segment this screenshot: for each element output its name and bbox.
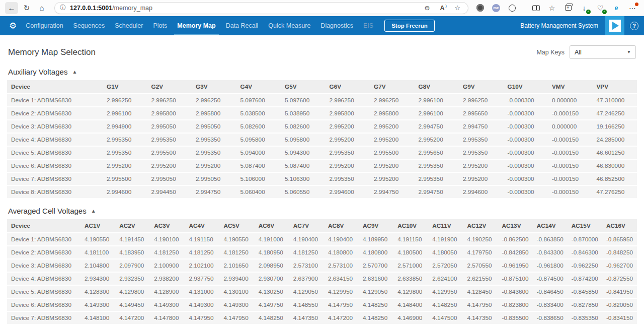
aux-section-title: Auxiliary Voltages — [8, 68, 67, 76]
value-cell: 4.148250 — [359, 311, 393, 324]
value-cell: 2.101650 — [220, 258, 255, 272]
value-cell: 2.994750 — [192, 185, 236, 198]
split-screen-icon[interactable] — [531, 4, 540, 13]
value-cell: 2.995350 — [192, 146, 236, 159]
nav-items: Configuration Sequences Scheduler Plots … — [21, 16, 378, 35]
nav-item-data-recall[interactable]: Data Recall — [221, 16, 264, 35]
browser-essentials-icon[interactable]: ♡✓ — [596, 4, 605, 13]
value-cell: 4.147200 — [324, 311, 359, 324]
table-row: Device 1: ADBMS68302.9962502.9962502.996… — [7, 93, 637, 106]
map-keys-label: Map Keys — [536, 49, 565, 56]
collapse-icon[interactable]: ▲ — [72, 69, 77, 75]
value-cell: -0.827850 — [568, 298, 602, 311]
app-navbar: ⚙ Configuration Sequences Scheduler Plot… — [0, 16, 644, 35]
value-cell: 4.181100 — [80, 245, 115, 258]
value-cell: 46.601250 — [593, 146, 637, 159]
nav-right: Battery Management System ? — [520, 16, 644, 35]
favorites-icon[interactable]: ☆ — [547, 4, 556, 13]
value-cell: 2.572050 — [428, 258, 463, 272]
value-cell: -0.863850 — [533, 232, 568, 245]
column-header-g5v: G5V — [281, 80, 326, 93]
table-row: Device 7: ADBMS68304.1481004.1472004.147… — [7, 311, 637, 324]
map-keys-select[interactable]: All ▼ — [570, 45, 636, 59]
column-header-g7v: G7V — [370, 80, 415, 93]
value-cell: 5.095800 — [236, 133, 281, 146]
favorite-star-icon[interactable]: ☆ — [452, 4, 463, 12]
gear-icon[interactable]: ⚙ — [5, 16, 21, 35]
value-cell: 2.570550 — [463, 258, 498, 272]
nav-item-memory-map[interactable]: Memory Map — [172, 16, 220, 35]
extension-icon[interactable] — [475, 4, 485, 13]
device-cell: Device 5: ADBMS6830 — [7, 146, 103, 159]
column-header-ac9v: AC9V — [359, 219, 393, 232]
nav-item-sequences[interactable]: Sequences — [68, 16, 110, 35]
extensions-menu-icon[interactable] — [508, 4, 517, 13]
device-cell: Device 4: ADBMS6830 — [7, 272, 80, 285]
refresh-icon[interactable]: ↻ — [20, 2, 33, 14]
ie-mode-icon[interactable]: e — [612, 4, 621, 13]
value-cell: 2.995200 — [326, 159, 370, 172]
value-cell: 2.995200 — [370, 172, 415, 185]
value-cell: 2.996100 — [103, 106, 147, 119]
value-cell: -0.823800 — [498, 298, 533, 311]
value-cell: 46.852500 — [593, 172, 637, 185]
value-cell: 4.190100 — [150, 232, 185, 245]
settings-more-icon[interactable]: ⋯ — [628, 4, 637, 13]
value-cell: 2.573100 — [324, 258, 359, 272]
nav-item-quick-measure[interactable]: Quick Measure — [263, 16, 315, 35]
nav-item-diagnostics[interactable]: Diagnostics — [315, 16, 358, 35]
table-row: Device 5: ADBMS68304.1283004.1298004.128… — [7, 285, 637, 298]
value-cell: 5.060400 — [236, 185, 281, 198]
play-triangle-icon — [612, 22, 619, 30]
help-icon[interactable]: ? — [630, 22, 638, 30]
collections-icon[interactable]: + — [564, 4, 573, 13]
value-cell: 4.130250 — [255, 285, 289, 298]
column-header-g10v: G10V — [504, 80, 548, 93]
profile-badge-icon[interactable]: me — [492, 4, 501, 13]
value-cell: 5.038950 — [281, 106, 326, 119]
table-row: Device 2: ADBMS68304.1811004.1839504.181… — [7, 245, 637, 258]
value-cell: 47.276250 — [593, 185, 637, 198]
back-icon[interactable]: ← — [5, 2, 18, 14]
column-header-ac10v: AC10V — [393, 219, 428, 232]
value-cell: 4.148100 — [80, 311, 115, 324]
value-cell: -0.000300 — [504, 172, 548, 185]
value-cell: 4.129950 — [324, 285, 359, 298]
device-cell: Device 1: ADBMS6830 — [7, 232, 80, 245]
site-info-icon[interactable]: ⓘ — [60, 4, 66, 12]
value-cell: 5.097600 — [236, 93, 281, 106]
value-cell: 4.147800 — [150, 311, 185, 324]
zoom-out-icon[interactable]: ⊖ — [422, 4, 433, 12]
column-header-vmv: VMV — [548, 80, 593, 93]
downloads-icon[interactable]: ↓✓ — [580, 4, 589, 13]
value-cell: 2.995200 — [370, 133, 415, 146]
value-cell: 5.095800 — [281, 133, 326, 146]
value-cell: 5.097600 — [281, 93, 326, 106]
value-cell: 2.996250 — [103, 93, 147, 106]
value-cell: -0.000150 — [548, 146, 593, 159]
value-cell: -0.000150 — [548, 159, 593, 172]
value-cell: -0.843600 — [498, 285, 533, 298]
column-header-ac5v: AC5V — [220, 219, 255, 232]
value-cell: 4.128450 — [463, 285, 498, 298]
value-cell: -0.846300 — [568, 245, 602, 258]
stop-freerun-button[interactable]: Stop Freerun — [384, 20, 435, 32]
nav-item-plots[interactable]: Plots — [148, 16, 172, 35]
value-cell: 4.183950 — [115, 245, 150, 258]
address-bar[interactable]: ⓘ 127.0.0.1:5001/memory_map ⊖ A) ☆ — [54, 2, 468, 14]
nav-item-scheduler[interactable]: Scheduler — [110, 16, 148, 35]
column-header-ac4v: AC4V — [185, 219, 219, 232]
value-cell: 2.995500 — [147, 146, 192, 159]
value-cell: 2.994750 — [415, 185, 459, 198]
value-cell: 4.181250 — [220, 245, 255, 258]
collapse-icon[interactable]: ▲ — [91, 208, 96, 214]
value-cell: 5.087400 — [236, 159, 281, 172]
value-cell: 2.995050 — [192, 119, 236, 133]
nav-item-configuration[interactable]: Configuration — [21, 16, 68, 35]
home-icon[interactable]: ⌂ — [35, 2, 48, 14]
column-header-device: Device — [7, 219, 80, 232]
value-cell: 4.147350 — [289, 311, 324, 324]
value-cell: 2.995800 — [370, 106, 415, 119]
read-aloud-icon[interactable]: A) — [437, 5, 448, 12]
table-row: Device 7: ADBMS68302.9955002.9950502.995… — [7, 172, 637, 185]
